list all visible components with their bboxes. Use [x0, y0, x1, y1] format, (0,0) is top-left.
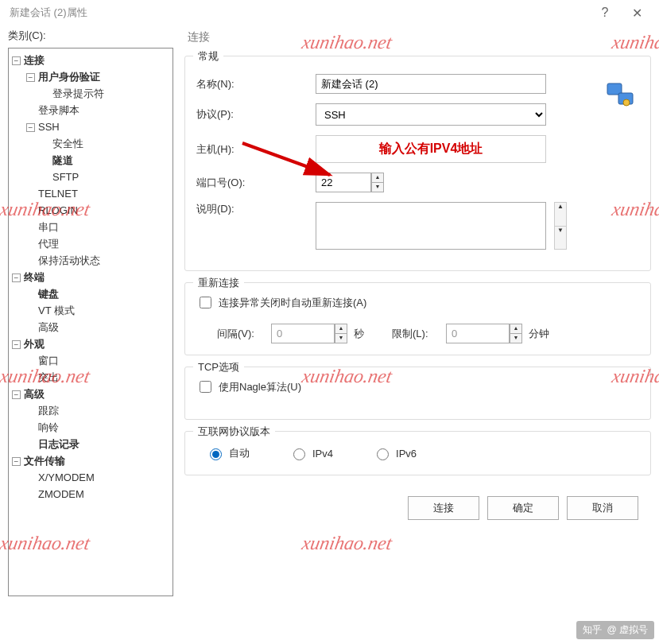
- port-label: 端口号(O):: [196, 176, 316, 190]
- collapse-icon[interactable]: −: [12, 56, 21, 65]
- chevron-down-icon[interactable]: ▼: [335, 334, 347, 343]
- interval-input[interactable]: [271, 324, 335, 343]
- tree-logging[interactable]: 日志记录: [38, 438, 79, 450]
- name-label: 名称(N):: [196, 77, 316, 91]
- host-label: 主机(H):: [196, 142, 316, 157]
- host-input[interactable]: 输入公有IPV4地址: [316, 135, 546, 163]
- collapse-icon[interactable]: −: [26, 123, 35, 132]
- tree-keyboard[interactable]: 键盘: [38, 288, 59, 300]
- tree-advanced[interactable]: 高级: [24, 388, 45, 400]
- interval-label: 间隔(V):: [217, 327, 265, 341]
- group-title-reconnect: 重新连接: [193, 276, 244, 290]
- limit-input[interactable]: [446, 324, 510, 343]
- protocol-select[interactable]: SSH: [316, 103, 546, 126]
- port-input[interactable]: [316, 173, 371, 192]
- tree-appearance[interactable]: 外观: [24, 338, 45, 350]
- auto-reconnect-label: 连接异常关闭时自动重新连接(A): [219, 296, 366, 310]
- tree-vtmode[interactable]: VT 模式: [38, 305, 75, 316]
- group-general: 常规 名称(N): 协议(P): SSH 主机(H): 输入公有IPV4地址 端…: [184, 56, 651, 271]
- nagle-label: 使用Nagle算法(U): [219, 380, 301, 394]
- zhihu-attribution: 知乎 @ 虚拟号: [576, 621, 654, 639]
- ipver-auto-radio[interactable]: [210, 448, 222, 460]
- chevron-down-icon[interactable]: ▼: [510, 334, 521, 343]
- tree-login-prompt[interactable]: 登录提示符: [52, 87, 104, 99]
- group-title-general: 常规: [193, 49, 223, 64]
- connect-button[interactable]: 连接: [408, 496, 479, 520]
- ipver-v6-radio[interactable]: [377, 448, 389, 460]
- collapse-icon[interactable]: −: [12, 340, 21, 349]
- tree-adv-term[interactable]: 高级: [38, 321, 59, 333]
- tree-window[interactable]: 窗口: [38, 355, 59, 367]
- collapse-icon[interactable]: −: [12, 274, 21, 282]
- group-tcp: TCP选项 使用Nagle算法(U): [184, 367, 651, 420]
- interval-unit: 秒: [354, 327, 386, 341]
- tree-bell[interactable]: 响铃: [38, 421, 59, 433]
- limit-label: 限制(L):: [392, 327, 440, 341]
- ok-button[interactable]: 确定: [487, 496, 559, 520]
- tree-keepalive[interactable]: 保持活动状态: [38, 254, 100, 266]
- tree-security[interactable]: 安全性: [52, 138, 83, 149]
- tree-trace[interactable]: 跟踪: [38, 405, 59, 417]
- category-tree[interactable]: −连接 −用户身份验证 登录提示符 登录脚本 −SSH 安全性 隧道 SFTP: [8, 48, 173, 596]
- port-spinner[interactable]: ▲▼: [371, 173, 384, 192]
- close-button[interactable]: ✕: [621, 0, 653, 25]
- ipver-v6-label: IPv6: [396, 448, 417, 460]
- panel-title: 连接: [184, 25, 651, 56]
- tree-xymodem[interactable]: X/YMODEM: [38, 471, 95, 483]
- chevron-down-icon[interactable]: ▼: [555, 227, 566, 250]
- name-input[interactable]: [316, 74, 546, 94]
- help-button[interactable]: ?: [589, 0, 621, 25]
- tree-proxy[interactable]: 代理: [38, 238, 59, 250]
- tree-login-script[interactable]: 登录脚本: [38, 104, 79, 116]
- group-reconnect: 重新连接 连接异常关闭时自动重新连接(A) 间隔(V): ▲▼ 秒 限制(L):…: [184, 282, 651, 355]
- chevron-up-icon[interactable]: ▲: [335, 324, 347, 334]
- chevron-up-icon[interactable]: ▲: [510, 324, 521, 334]
- auto-reconnect-checkbox[interactable]: [200, 297, 211, 308]
- zhihu-brand: 知乎: [583, 623, 602, 637]
- tree-connection[interactable]: 连接: [24, 54, 45, 66]
- tree-sftp[interactable]: SFTP: [52, 171, 79, 183]
- group-title-tcp: TCP选项: [193, 360, 244, 374]
- tree-rlogin[interactable]: RLOGIN: [38, 204, 78, 216]
- collapse-icon[interactable]: −: [12, 457, 21, 466]
- svg-point-2: [623, 99, 630, 106]
- limit-unit: 分钟: [529, 327, 560, 341]
- ipver-v4-radio[interactable]: [293, 448, 305, 460]
- zhihu-author: @ 虚拟号: [607, 623, 648, 637]
- tree-telnet[interactable]: TELNET: [38, 188, 78, 200]
- desc-scrollbar[interactable]: ▲▼: [554, 202, 567, 250]
- category-label: 类别(C):: [8, 29, 173, 43]
- limit-spinner[interactable]: ▲▼: [510, 324, 522, 343]
- window-title: 新建会话 (2)属性: [6, 6, 589, 20]
- ipver-auto-label: 自动: [229, 446, 250, 460]
- connection-icon: [604, 79, 636, 111]
- description-textarea[interactable]: [316, 202, 546, 250]
- chevron-up-icon[interactable]: ▲: [555, 203, 566, 227]
- interval-spinner[interactable]: ▲▼: [335, 324, 347, 343]
- tree-filetransfer[interactable]: 文件传输: [24, 455, 65, 467]
- group-title-ipver: 互联网协议版本: [193, 425, 275, 439]
- titlebar: 新建会话 (2)属性 ? ✕: [0, 0, 659, 25]
- protocol-label: 协议(P):: [196, 107, 316, 122]
- ipver-v4-label: IPv4: [312, 448, 333, 460]
- tree-zmodem[interactable]: ZMODEM: [38, 488, 84, 500]
- tree-user-auth[interactable]: 用户身份验证: [38, 71, 100, 83]
- tree-serial[interactable]: 串口: [38, 221, 59, 233]
- chevron-up-icon[interactable]: ▲: [372, 173, 383, 183]
- group-ipversion: 互联网协议版本 自动 IPv4 IPv6: [184, 431, 651, 475]
- tree-tunnel[interactable]: 隧道: [52, 154, 73, 166]
- tree-terminal[interactable]: 终端: [24, 271, 45, 283]
- tree-ssh[interactable]: SSH: [38, 121, 60, 133]
- desc-label: 说明(D):: [196, 202, 316, 216]
- collapse-icon[interactable]: −: [26, 73, 35, 82]
- tree-highlight[interactable]: 突出: [38, 371, 59, 383]
- chevron-down-icon[interactable]: ▼: [372, 183, 383, 192]
- cancel-button[interactable]: 取消: [567, 496, 638, 520]
- collapse-icon[interactable]: −: [12, 390, 21, 399]
- nagle-checkbox[interactable]: [200, 381, 211, 393]
